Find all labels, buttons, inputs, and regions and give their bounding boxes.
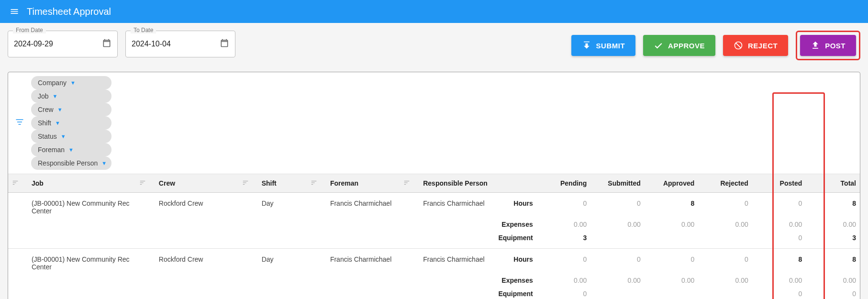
cell-job: (JB-00001) New Community Rec Center (28, 248, 135, 274)
cell-approved: 0.00 (645, 274, 699, 287)
to-date-field[interactable]: To Date 2024-10-04 (125, 31, 235, 57)
from-date-field[interactable]: From Date 2024-09-29 (8, 31, 118, 57)
cell-total: 8 (806, 192, 860, 218)
cell-total: 3 (806, 231, 860, 249)
cell-foreman: Francis Charmichael (326, 248, 400, 274)
filter-bar: Company▼Job▼Crew▼Shift▼Status▼Foreman▼Re… (8, 72, 860, 174)
col-posted[interactable]: Posted (752, 174, 806, 192)
cell-crew: Rockford Crew (155, 192, 238, 218)
table-row[interactable]: Equipment000 (8, 287, 860, 299)
cell-crew: Rockford Crew (155, 248, 238, 274)
timesheet-table: Job Crew Shift Foreman Responsible Perso… (8, 174, 860, 299)
filter-icon[interactable] (13, 115, 26, 131)
sort-crew[interactable] (135, 174, 155, 192)
chevron-down-icon: ▼ (101, 160, 107, 166)
col-total[interactable]: Total (806, 174, 860, 192)
post-button[interactable]: POST (800, 35, 856, 56)
check-icon (654, 41, 663, 50)
cell-shift: Day (258, 248, 307, 274)
chip-label: Foreman (38, 146, 65, 154)
menu-button[interactable] (6, 3, 23, 20)
cell-shift: Day (258, 192, 307, 218)
metric-label: Equipment (493, 287, 537, 299)
col-resp[interactable]: Responsible Person (419, 174, 492, 192)
sort-resp[interactable] (400, 174, 419, 192)
table-row[interactable]: Expenses0.000.000.000.000.000.00 (8, 274, 860, 287)
cell-rejected: 0.00 (698, 274, 752, 287)
cell-total: 0.00 (806, 274, 860, 287)
cell-pending: 0.00 (537, 218, 591, 231)
cell-total: 0 (806, 287, 860, 299)
table-row[interactable]: (JB-00001) New Community Rec CenterRockf… (8, 192, 860, 218)
to-date-label: To Date (131, 27, 156, 33)
sort-foreman[interactable] (307, 174, 326, 192)
cell-resp: Francis Charmichael (419, 248, 492, 274)
chip-label: Crew (38, 106, 54, 113)
cell-pending: 0.00 (537, 274, 591, 287)
chevron-down-icon: ▼ (70, 80, 76, 86)
cell-pending: 0 (537, 248, 591, 274)
from-date-value: 2024-09-29 (14, 40, 102, 48)
cell-job: (JB-00001) New Community Rec Center (28, 192, 135, 218)
cell-approved: 0.00 (645, 218, 699, 231)
cell-submitted (590, 231, 645, 249)
table-row[interactable]: (JB-00001) New Community Rec CenterRockf… (8, 248, 860, 274)
filter-chip-shift[interactable]: Shift▼ (31, 116, 111, 130)
cell-approved: 8 (645, 192, 699, 218)
cell-resp: Francis Charmichael (419, 192, 492, 218)
cell-pending: 0 (537, 192, 591, 218)
cell-approved (645, 287, 699, 299)
calendar-icon[interactable] (220, 38, 229, 50)
calendar-icon[interactable] (102, 38, 111, 50)
page-title: Timesheet Approval (27, 6, 111, 17)
cell-foreman: Francis Charmichael (326, 192, 400, 218)
cell-posted: 0.00 (752, 274, 806, 287)
cell-approved: 0 (645, 248, 699, 274)
table-row[interactable]: Equipment303 (8, 231, 860, 249)
cell-rejected: 0 (698, 192, 752, 218)
cell-pending: 3 (537, 231, 591, 249)
filter-chip-company[interactable]: Company▼ (31, 76, 111, 89)
chevron-down-icon: ▼ (68, 147, 74, 153)
to-date-value: 2024-10-04 (132, 40, 220, 48)
cell-submitted: 0.00 (590, 218, 645, 231)
metric-label: Hours (493, 248, 537, 274)
sort-shift[interactable] (238, 174, 258, 192)
cell-total: 0.00 (806, 218, 860, 231)
approve-label: APPROVE (668, 42, 705, 50)
col-approved[interactable]: Approved (645, 174, 699, 192)
metric-label: Hours (493, 192, 537, 218)
reject-button[interactable]: REJECT (723, 35, 788, 56)
filter-chip-crew[interactable]: Crew▼ (31, 103, 111, 116)
filter-chip-job[interactable]: Job▼ (31, 89, 111, 103)
download-icon (582, 41, 591, 50)
from-date-label: From Date (13, 27, 46, 33)
filter-chip-foreman[interactable]: Foreman▼ (31, 143, 111, 156)
hamburger-icon (10, 7, 19, 16)
post-label: POST (825, 42, 846, 50)
filter-chip-responsible-person[interactable]: Responsible Person▼ (31, 156, 111, 170)
metric-label: Equipment (493, 231, 537, 249)
approve-button[interactable]: APPROVE (643, 35, 715, 56)
chevron-down-icon: ▼ (57, 107, 63, 112)
col-job[interactable]: Job (28, 174, 135, 192)
col-crew[interactable]: Crew (155, 174, 238, 192)
filter-chip-status[interactable]: Status▼ (31, 130, 111, 143)
chip-label: Company (38, 79, 67, 87)
cell-posted: 0 (752, 287, 806, 299)
post-button-highlight: POST (796, 31, 860, 60)
cell-approved (645, 231, 699, 249)
cell-submitted: 0.00 (590, 274, 645, 287)
col-rejected[interactable]: Rejected (698, 174, 752, 192)
table-row[interactable]: Expenses0.000.000.000.000.000.00 (8, 218, 860, 231)
col-submitted[interactable]: Submitted (590, 174, 645, 192)
col-pending[interactable]: Pending (537, 174, 591, 192)
chevron-down-icon: ▼ (53, 93, 58, 99)
chevron-down-icon: ▼ (61, 133, 66, 139)
col-shift[interactable]: Shift (258, 174, 307, 192)
submit-button[interactable]: SUBMIT (571, 35, 636, 56)
sort-job[interactable] (8, 174, 28, 192)
col-foreman[interactable]: Foreman (326, 174, 400, 192)
app-bar: Timesheet Approval (0, 0, 868, 23)
cell-submitted: 0 (590, 192, 645, 218)
